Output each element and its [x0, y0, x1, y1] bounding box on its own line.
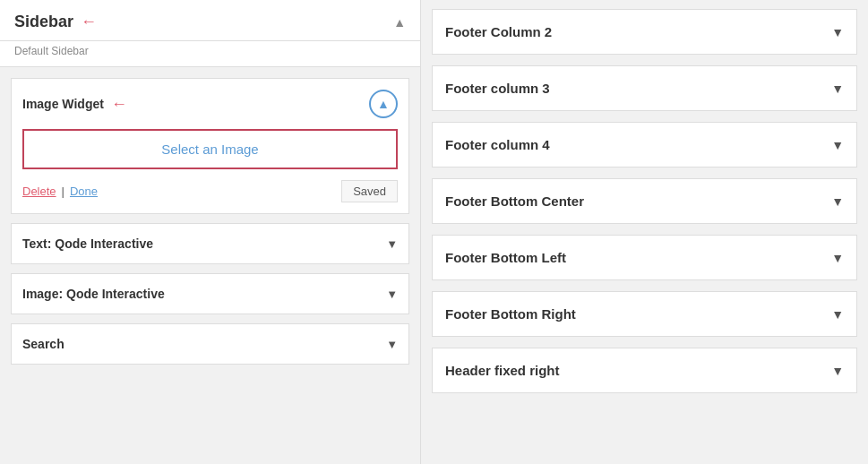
right-item-footer-col2-chevron: ▼	[831, 25, 844, 39]
image-widget-card: Image Widget ← ▲ Select an Image Delete …	[11, 78, 409, 214]
sidebar-arrow-icon: ←	[81, 13, 97, 31]
right-item-footer-col4-chevron: ▼	[831, 138, 844, 152]
right-item-footer-col3-label: Footer column 3	[445, 81, 550, 96]
right-item-footer-bottom-right-label: Footer Bottom Right	[445, 306, 576, 322]
right-item-footer-col3[interactable]: Footer column 3 ▼	[432, 65, 857, 111]
select-image-button[interactable]: Select an Image	[22, 129, 398, 169]
sidebar-title-text: Sidebar	[14, 13, 73, 31]
collapsible-text-label: Text: Qode Interactive	[22, 236, 153, 251]
right-item-header-fixed-right[interactable]: Header fixed right ▼	[432, 348, 857, 393]
link-separator: |	[62, 185, 64, 198]
widget-links: Delete | Done	[22, 185, 98, 198]
right-item-footer-bottom-center-label: Footer Bottom Center	[445, 193, 584, 209]
right-item-footer-bottom-left-label: Footer Bottom Left	[445, 250, 566, 265]
right-item-footer-col4-label: Footer column 4	[445, 137, 550, 152]
collapsible-image-chevron: ▼	[386, 288, 398, 301]
collapsible-search-chevron: ▼	[386, 338, 398, 351]
collapsible-image-label: Image: Qode Interactive	[22, 287, 165, 301]
right-panel: Footer Column 2 ▼ Footer column 3 ▼ Foot…	[421, 0, 868, 464]
right-item-footer-bottom-left-chevron: ▼	[831, 251, 844, 265]
collapsible-image-item[interactable]: Image: Qode Interactive ▼	[11, 273, 409, 314]
right-item-header-fixed-right-chevron: ▼	[831, 364, 844, 378]
widget-card-header: Image Widget ← ▲	[22, 90, 398, 118]
sidebar-title: Sidebar ←	[14, 13, 97, 31]
right-item-footer-bottom-left[interactable]: Footer Bottom Left ▼	[432, 235, 857, 280]
widget-collapse-button[interactable]: ▲	[369, 90, 398, 118]
right-item-header-fixed-right-label: Header fixed right	[445, 363, 560, 378]
collapsible-text-chevron: ▼	[386, 237, 398, 251]
delete-link[interactable]: Delete	[22, 185, 56, 198]
right-item-footer-bottom-center-chevron: ▼	[831, 194, 844, 209]
done-link[interactable]: Done	[70, 185, 98, 198]
collapsible-text-item[interactable]: Text: Qode Interactive ▼	[11, 223, 409, 264]
sidebar-subtitle: Default Sidebar	[0, 41, 420, 67]
right-item-footer-col4[interactable]: Footer column 4 ▼	[432, 122, 857, 168]
collapsible-search-item[interactable]: Search ▼	[11, 323, 409, 365]
right-item-footer-col2-label: Footer Column 2	[445, 24, 552, 39]
right-item-footer-bottom-right[interactable]: Footer Bottom Right ▼	[432, 291, 857, 337]
sidebar-header: Sidebar ← ▲	[0, 0, 420, 41]
collapsible-search-label: Search	[22, 337, 64, 351]
sidebar-chevron-up-icon: ▲	[393, 15, 406, 30]
right-item-footer-col2[interactable]: Footer Column 2 ▼	[432, 9, 857, 55]
widget-arrow-icon: ←	[111, 95, 127, 114]
right-item-footer-bottom-right-chevron: ▼	[831, 307, 844, 322]
chevron-up-icon: ▲	[377, 97, 390, 111]
saved-button[interactable]: Saved	[341, 180, 398, 202]
widget-card-title: Image Widget ←	[22, 95, 127, 114]
left-panel: Sidebar ← ▲ Default Sidebar Image Widget…	[0, 0, 421, 464]
widget-card-footer: Delete | Done Saved	[22, 180, 398, 202]
widget-title-text: Image Widget	[22, 97, 104, 111]
right-item-footer-bottom-center[interactable]: Footer Bottom Center ▼	[432, 178, 857, 224]
right-item-footer-col3-chevron: ▼	[831, 82, 844, 96]
